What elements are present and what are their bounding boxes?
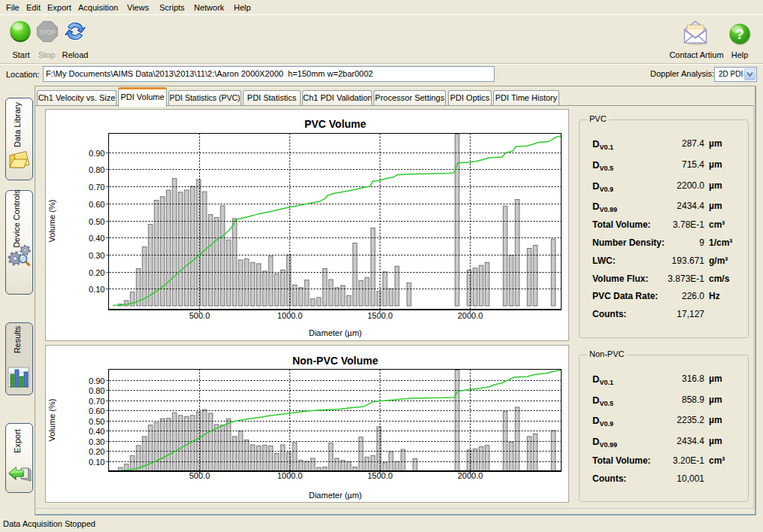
svg-text:0.30: 0.30 — [89, 251, 104, 260]
svg-text:0.70: 0.70 — [89, 183, 104, 192]
svg-text:2000.0: 2000.0 — [458, 311, 483, 320]
svg-text:PVC Volume: PVC Volume — [304, 118, 366, 130]
svg-text:Non-PVC Volume: Non-PVC Volume — [292, 355, 378, 367]
svg-text:Diameter (µm): Diameter (µm) — [309, 328, 362, 337]
svg-text:1000.0: 1000.0 — [277, 471, 303, 480]
svg-text:0.90: 0.90 — [89, 149, 104, 158]
svg-text:0.60: 0.60 — [89, 407, 104, 416]
svg-text:0.40: 0.40 — [89, 427, 104, 436]
svg-text:500.0: 500.0 — [189, 311, 210, 320]
svg-text:1500.0: 1500.0 — [368, 471, 393, 480]
svg-text:0.90: 0.90 — [89, 376, 104, 385]
svg-text:0.10: 0.10 — [89, 285, 104, 294]
svg-text:1500.0: 1500.0 — [368, 311, 393, 320]
svg-text:0.20: 0.20 — [89, 268, 104, 277]
svg-text:1000.0: 1000.0 — [277, 311, 303, 320]
svg-text:0.50: 0.50 — [89, 217, 104, 226]
svg-text:STOP: STOP — [40, 29, 56, 36]
svg-text:Volume (%): Volume (%) — [47, 399, 56, 442]
svg-text:0.30: 0.30 — [89, 437, 104, 446]
svg-text:Diameter (µm): Diameter (µm) — [309, 491, 362, 500]
svg-text:2000.0: 2000.0 — [458, 471, 483, 480]
svg-text:500.0: 500.0 — [189, 471, 210, 480]
svg-text:0.60: 0.60 — [89, 200, 104, 209]
svg-text:?: ? — [735, 26, 744, 42]
svg-text:0.20: 0.20 — [89, 447, 104, 456]
svg-text:0.10: 0.10 — [89, 458, 104, 467]
svg-text:0.80: 0.80 — [89, 386, 104, 395]
svg-text:0.40: 0.40 — [89, 234, 104, 243]
svg-text:Volume (%): Volume (%) — [47, 200, 56, 243]
svg-text:0.70: 0.70 — [89, 397, 104, 406]
svg-text:0.80: 0.80 — [89, 165, 104, 174]
svg-text:0.50: 0.50 — [89, 417, 104, 426]
